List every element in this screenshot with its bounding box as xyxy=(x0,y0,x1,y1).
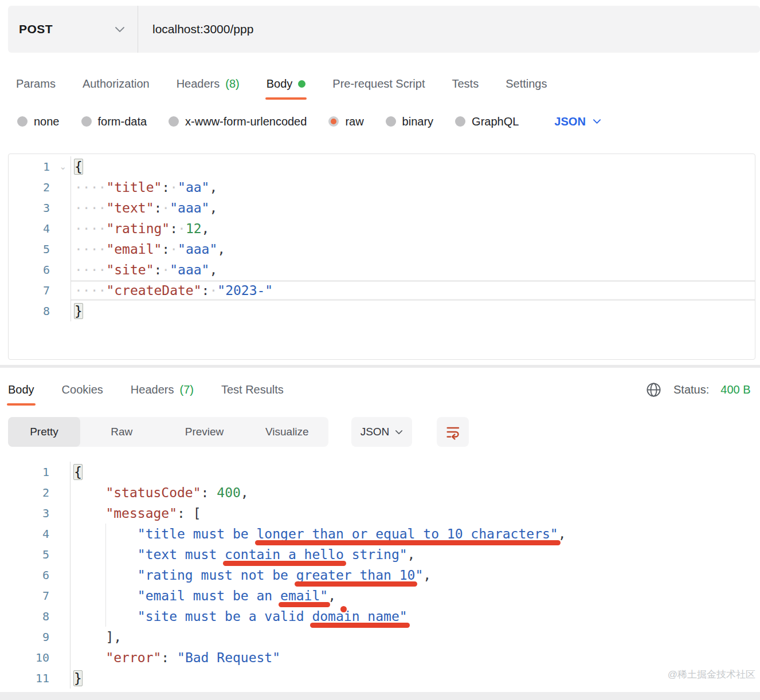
red-underline-annotation: greater than 10 xyxy=(296,568,416,583)
code-line: 9 ], xyxy=(8,627,760,647)
response-view-switcher: Pretty Raw Preview Visualize xyxy=(8,417,328,447)
view-pretty[interactable]: Pretty xyxy=(8,417,80,447)
code-line[interactable]: 8} xyxy=(9,301,755,321)
radio-selected-icon xyxy=(328,116,339,127)
status-value: 400 B xyxy=(720,383,750,396)
headers-count-badge: (8) xyxy=(225,77,239,91)
wrap-lines-button[interactable] xyxy=(437,417,469,447)
code-line[interactable]: 7····"createDate":·"2023-" xyxy=(9,280,755,301)
view-raw[interactable]: Raw xyxy=(80,417,163,447)
request-url-bar: POST localhost:3000/ppp xyxy=(8,6,760,53)
response-format-select[interactable]: JSON xyxy=(351,417,412,447)
code-line[interactable]: 1⌄{ xyxy=(9,156,755,177)
body-modified-dot-icon xyxy=(298,80,305,88)
request-tabs: Params Authorization Headers(8) Body Pre… xyxy=(16,68,547,100)
wrap-lines-icon xyxy=(445,424,461,440)
code-text: "email must be an email", xyxy=(70,585,760,606)
line-number: 1 xyxy=(8,462,70,482)
code-text[interactable]: ····"title":·"aa", xyxy=(71,177,755,198)
body-type-options: none form-data x-www-form-urlencoded raw… xyxy=(17,109,601,134)
line-number: 3 xyxy=(9,198,71,218)
code-text: { xyxy=(70,462,760,482)
line-number: 7 xyxy=(8,585,70,606)
code-text[interactable]: ····"rating":·12, xyxy=(71,218,755,239)
tab-response-headers[interactable]: Headers(7) xyxy=(131,373,194,406)
tab-tests[interactable]: Tests xyxy=(452,68,479,100)
code-line[interactable]: 5····"email":·"aaa", xyxy=(9,239,755,259)
tab-response-body[interactable]: Body xyxy=(8,373,34,406)
radio-icon xyxy=(455,116,465,127)
line-number: 2 xyxy=(8,482,70,503)
code-line: 5 "text must contain a hello string", xyxy=(8,544,760,565)
indent-guide xyxy=(105,524,106,544)
url-input[interactable]: localhost:3000/ppp xyxy=(138,6,760,53)
code-line: 11} xyxy=(8,668,760,689)
red-underline-annotation: longer than or equal to 10 characters" xyxy=(257,526,558,541)
code-text[interactable]: } xyxy=(71,301,755,321)
chevron-down-icon xyxy=(115,26,125,33)
code-text: "rating must not be greater than 10", xyxy=(70,565,760,585)
code-text: "text must contain a hello string", xyxy=(70,544,760,565)
code-line: 10 "error": "Bad Request" xyxy=(8,647,760,668)
status-label: Status: xyxy=(673,383,709,396)
code-text[interactable]: { xyxy=(71,156,755,177)
code-text: ], xyxy=(70,627,760,647)
code-line[interactable]: 4····"rating":·12, xyxy=(9,218,755,239)
code-line[interactable]: 6····"site":·"aaa", xyxy=(9,259,755,280)
view-preview[interactable]: Preview xyxy=(163,417,245,447)
code-text: } xyxy=(70,668,760,689)
indent-guide xyxy=(105,606,106,627)
tab-params[interactable]: Params xyxy=(16,68,56,100)
tab-authorization[interactable]: Authorization xyxy=(83,68,150,100)
tab-body[interactable]: Body xyxy=(267,68,306,100)
code-text[interactable]: ····"createDate":·"2023-" xyxy=(71,280,755,301)
radio-none[interactable]: none xyxy=(17,115,60,128)
globe-icon[interactable] xyxy=(645,382,662,398)
radio-x-www-form-urlencoded[interactable]: x-www-form-urlencoded xyxy=(169,115,307,128)
red-underline-annotation: email" xyxy=(280,588,328,603)
raw-format-select[interactable]: JSON xyxy=(554,115,601,128)
code-line: 8 "site must be a valid domain name" xyxy=(8,606,760,627)
code-text[interactable]: ····"site":·"aaa", xyxy=(71,259,755,280)
line-number: 7 xyxy=(9,280,71,301)
method-select[interactable]: POST xyxy=(8,6,138,53)
code-line: 1{ xyxy=(8,462,760,482)
code-text: "message": [ xyxy=(70,503,760,524)
view-visualize[interactable]: Visualize xyxy=(246,417,328,447)
method-label: POST xyxy=(19,22,53,36)
request-body-editor[interactable]: 1⌄{2····"title":·"aa",3····"text":·"aaa"… xyxy=(8,154,755,360)
radio-icon xyxy=(17,116,28,127)
code-line[interactable]: 3····"text":·"aaa", xyxy=(9,198,755,218)
line-number: 8 xyxy=(9,301,71,321)
chevron-down-icon xyxy=(395,430,403,435)
line-number: 3 xyxy=(8,503,70,524)
code-line: 2 "statusCode": 400, xyxy=(8,482,760,503)
radio-graphql[interactable]: GraphQL xyxy=(455,115,519,128)
tab-test-results[interactable]: Test Results xyxy=(221,373,284,406)
line-number: 8 xyxy=(8,606,70,627)
radio-raw[interactable]: raw xyxy=(328,115,363,128)
pane-divider[interactable] xyxy=(0,365,760,368)
code-line: 7 "email must be an email", xyxy=(8,585,760,606)
code-line: 4 "title must be longer than or equal to… xyxy=(8,524,760,544)
code-text[interactable]: ····"text":·"aaa", xyxy=(71,198,755,218)
indent-guide xyxy=(105,544,106,565)
tab-pre-request-script[interactable]: Pre-request Script xyxy=(332,68,425,100)
tab-cookies[interactable]: Cookies xyxy=(62,373,103,406)
response-headers-count-badge: (7) xyxy=(179,383,193,396)
indent-guide xyxy=(105,565,106,585)
chevron-down-icon xyxy=(593,119,601,124)
radio-form-data[interactable]: form-data xyxy=(81,115,147,128)
tab-headers[interactable]: Headers(8) xyxy=(177,68,240,100)
code-line[interactable]: 2····"title":·"aa", xyxy=(9,177,755,198)
radio-binary[interactable]: binary xyxy=(386,115,433,128)
line-number: 2 xyxy=(9,177,71,198)
code-text: "site must be a valid domain name" xyxy=(70,606,760,627)
watermark: @稀土掘金技术社区 xyxy=(668,668,755,681)
fold-chevron-icon[interactable]: ⌄ xyxy=(59,156,66,177)
code-text[interactable]: ····"email":·"aaa", xyxy=(71,239,755,259)
tab-settings[interactable]: Settings xyxy=(506,68,547,100)
response-tabs: Body Cookies Headers(7) Test Results xyxy=(8,373,284,406)
radio-icon xyxy=(169,116,179,127)
line-number: 5 xyxy=(9,239,71,259)
